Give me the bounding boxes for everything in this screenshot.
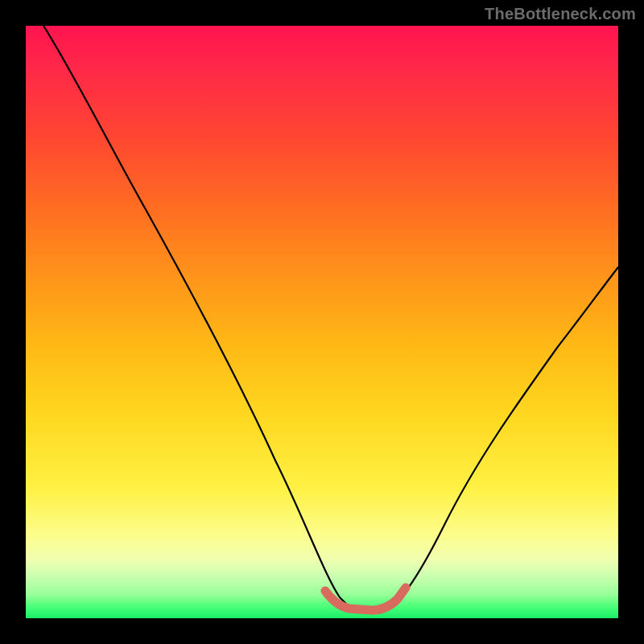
bottleneck-curve-path	[43, 26, 618, 609]
watermark-text: TheBottleneck.com	[485, 5, 636, 23]
plot-area	[26, 26, 618, 618]
chart-frame: TheBottleneck.com	[0, 0, 644, 644]
bottom-highlight-path	[325, 588, 406, 610]
bottleneck-chart-svg	[26, 26, 618, 618]
